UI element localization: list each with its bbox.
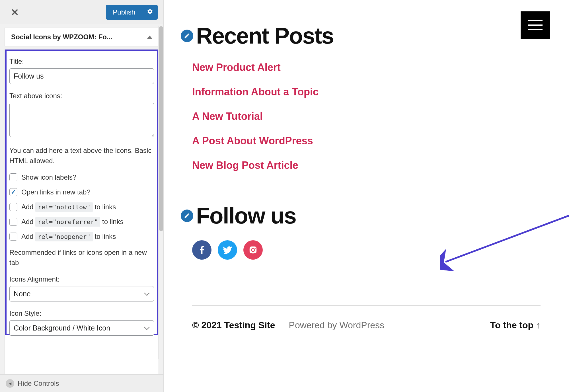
- customizer-sidebar: ✕ Publish Social Icons by WPZOOM: Fo... …: [0, 0, 164, 392]
- text-above-textarea[interactable]: [9, 103, 154, 137]
- instagram-icon[interactable]: [243, 240, 263, 260]
- post-link[interactable]: A New Tutorial: [192, 110, 263, 122]
- hamburger-menu-button[interactable]: [521, 11, 550, 39]
- style-label: Icon Style:: [9, 309, 154, 317]
- post-link[interactable]: A Post About WordPress: [192, 135, 313, 147]
- settings-button[interactable]: [142, 5, 158, 20]
- edit-widget-button[interactable]: [181, 30, 193, 42]
- alignment-select[interactable]: None: [9, 286, 154, 301]
- pencil-icon: [184, 213, 190, 219]
- post-link[interactable]: Information About a Topic: [192, 86, 319, 98]
- copyright-text: © 2021 Testing Site: [192, 320, 275, 331]
- scrollbar-thumb[interactable]: [159, 26, 163, 231]
- collapse-icon[interactable]: [6, 379, 14, 388]
- footer-divider: [192, 305, 541, 306]
- nofollow-row[interactable]: Add rel="nofollow" to links: [9, 203, 154, 211]
- site-preview: Recent Posts New Product Alert Informati…: [164, 0, 569, 392]
- new-tab-label: Open links in new tab?: [21, 188, 91, 196]
- publish-button[interactable]: Publish: [106, 5, 142, 20]
- help-text: You can add here a text above the icons.…: [9, 145, 154, 166]
- nofollow-code: rel="nofollow": [35, 202, 93, 212]
- noopener-checkbox[interactable]: [9, 233, 17, 241]
- post-link[interactable]: New Blog Post Article: [192, 159, 298, 171]
- nofollow-checkbox[interactable]: [9, 203, 17, 211]
- twitter-icon[interactable]: [218, 240, 237, 260]
- text-above-label: Text above icons:: [9, 92, 154, 100]
- widget-accordion-header[interactable]: Social Icons by WPZOOM: Fo...: [5, 28, 159, 46]
- show-labels-checkbox[interactable]: [9, 173, 17, 181]
- social-icons-row: [192, 240, 552, 260]
- recent-posts-heading: Recent Posts: [196, 23, 334, 49]
- noopener-row[interactable]: Add rel="noopener" to links: [9, 233, 154, 241]
- recommended-text: Recommended if links or icons open in a …: [9, 247, 154, 268]
- new-tab-row[interactable]: Open links in new tab?: [9, 188, 154, 196]
- post-link[interactable]: New Product Alert: [192, 61, 281, 73]
- hide-controls-link[interactable]: Hide Controls: [18, 379, 59, 387]
- pencil-icon: [184, 33, 190, 39]
- title-input[interactable]: [9, 68, 154, 84]
- noreferrer-code: rel="noreferrer": [35, 217, 100, 227]
- title-label: Title:: [9, 58, 154, 65]
- to-top-link[interactable]: To the top ↑: [490, 320, 541, 331]
- sidebar-footer: Hide Controls: [0, 374, 163, 392]
- widget-panel: Title: Text above icons: You can add her…: [5, 49, 159, 374]
- scrollbar-track[interactable]: [158, 26, 163, 359]
- noreferrer-checkbox[interactable]: [9, 218, 17, 226]
- recent-posts-list: New Product Alert Information About a To…: [192, 61, 552, 171]
- sidebar-top-bar: ✕ Publish: [0, 0, 163, 24]
- widget-accordion-title: Social Icons by WPZOOM: Fo...: [11, 33, 112, 41]
- noreferrer-row[interactable]: Add rel="noreferrer" to links: [9, 218, 154, 226]
- facebook-icon[interactable]: [192, 240, 211, 260]
- follow-us-heading: Follow us: [196, 203, 296, 229]
- alignment-label: Icons Alignment:: [9, 275, 154, 283]
- powered-by-text: Powered by WordPress: [289, 320, 385, 331]
- close-icon[interactable]: ✕: [6, 4, 24, 20]
- chevron-up-icon: [147, 36, 152, 39]
- gear-icon: [147, 8, 153, 15]
- new-tab-checkbox[interactable]: [9, 188, 17, 196]
- preview-footer: © 2021 Testing Site Powered by WordPress…: [181, 320, 552, 331]
- style-select[interactable]: Color Background / White Icon: [9, 320, 154, 336]
- noopener-code: rel="noopener": [35, 232, 93, 241]
- hamburger-icon: [528, 20, 543, 30]
- show-labels-row[interactable]: Show icon labels?: [9, 173, 154, 181]
- show-labels-label: Show icon labels?: [21, 173, 76, 181]
- edit-widget-button[interactable]: [181, 210, 193, 222]
